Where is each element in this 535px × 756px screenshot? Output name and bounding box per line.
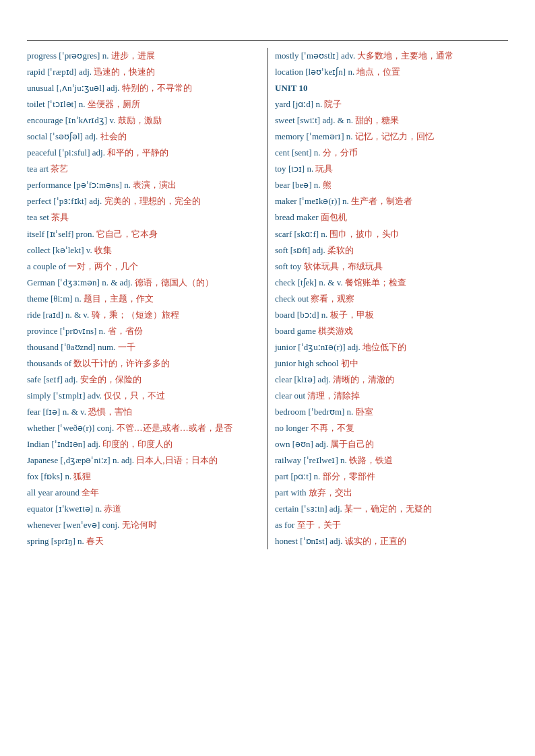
entry-phonetic: [ˈsɜːtn] — [301, 504, 327, 514]
entry: toy [tɔɪ] n. 玩具 — [275, 161, 508, 177]
entry-english: board game — [275, 326, 316, 336]
entry-english: fear — [27, 407, 40, 417]
entry-phonetic: [ˈweðə(r)] — [57, 423, 94, 433]
entry-chinese: 铁路，铁道 — [349, 455, 393, 465]
entry-phonetic: [ˈθaʊznd] — [61, 342, 95, 352]
entry: thousand [ˈθaʊznd] num. 一千 — [27, 339, 261, 355]
entry: honest [ˈɒnɪst] adj. 诚实的，正直的 — [275, 533, 508, 549]
entry-phonetic: [wenˈevə] — [63, 520, 100, 530]
entry-phonetic: [ˌʌnˈjuːʒuəl] — [57, 83, 104, 93]
entry-phonetic: [ˈtɔɪlət] — [47, 99, 77, 109]
entry-phonetic: [ˈreɪlweɪ] — [303, 455, 338, 465]
entry-chinese: 和平的，平静的 — [107, 147, 168, 158]
entry-english: all year around — [27, 487, 80, 497]
entry: progress [ˈprəʊgres] n. 进步，进展 — [27, 48, 261, 64]
entry-phonetic: [əʊn] — [292, 439, 313, 449]
entry-english: bread maker — [275, 212, 319, 222]
entry-english: toilet — [27, 99, 45, 109]
entry-english: as for — [275, 520, 294, 530]
entry: simply [ˈsɪmplɪ] adv. 仅仅，只，不过 — [27, 388, 261, 404]
entry-pos: n. — [95, 504, 102, 514]
entry-phonetic: [ˈɒnɪst] — [300, 536, 327, 546]
entry: sweet [swiːt] adj. & n. 甜的，糖果 — [275, 112, 508, 129]
entry: Indian [ˈɪndɪən] adj. 印度的，印度人的 — [27, 436, 261, 452]
entry-english: memory — [275, 131, 304, 141]
entry: fox [fɒks] n. 狐狸 — [27, 469, 261, 485]
entry-chinese: 清晰的，清澈的 — [333, 374, 394, 384]
entry-chinese: 一千 — [118, 342, 135, 352]
entry-pos: v. — [86, 245, 92, 255]
entry-phonetic: [ˈbedrʊm] — [308, 407, 344, 417]
entry-pos: n. — [65, 471, 71, 481]
entry-chinese: 生产者，制造者 — [351, 196, 412, 206]
entry-chinese: 省，省份 — [108, 326, 143, 336]
entry-pos: adj. — [348, 342, 360, 352]
entry-english: whether — [27, 423, 55, 433]
entry-english: certain — [275, 504, 298, 514]
entry-chinese: 属于自己的 — [330, 439, 374, 449]
entry-chinese: 清理，清除掉 — [307, 390, 360, 401]
entry-pos: adj. — [89, 196, 102, 206]
entry-phonetic: [ˈpɜːfɪkt] — [53, 196, 87, 206]
entry-phonetic: [ˈməʊstlɪ] — [301, 50, 339, 61]
entry: encourage [ɪnˈkʌrɪdʒ] v. 鼓励，激励 — [27, 112, 261, 129]
entry-english: equator — [27, 504, 53, 514]
main-columns: progress [ˈprəʊgres] n. 进步，进展rapid [ˈræp… — [27, 48, 508, 549]
entry-chinese: 茶艺 — [51, 164, 68, 174]
entry: part with 放弃，交出 — [275, 485, 508, 501]
entry-english: no longer — [275, 423, 308, 433]
entry-chinese: 完美的，理想的，完全的 — [104, 196, 201, 206]
entry-english: bedroom — [275, 407, 306, 417]
entry-chinese: 茶具 — [51, 212, 69, 222]
entry-phonetic: [ˌdʒæpəˈniːz] — [60, 455, 110, 465]
entry-chinese: 狐狸 — [73, 471, 91, 481]
entry-phonetic: [ˈsəʊʃəl] — [50, 131, 83, 141]
entry-chinese: 诚实的，正直的 — [345, 536, 406, 546]
entry-chinese: 进步，进展 — [111, 50, 155, 61]
entry-pos: n. — [77, 536, 84, 546]
entry-english: check out — [275, 294, 309, 304]
entry-pos: conj. — [102, 520, 120, 530]
entry-english: perfect — [27, 196, 51, 206]
entry-pos: adj. — [106, 83, 119, 93]
entry-phonetic: [sprɪŋ] — [51, 536, 75, 546]
entry-chinese: 软体玩具，布绒玩具 — [304, 261, 383, 271]
entry-phonetic: [seɪf] — [43, 374, 63, 384]
entry-pos: n. — [346, 131, 353, 141]
entry-english: honest — [275, 536, 298, 546]
entry-phonetic: [raɪd] — [42, 310, 63, 320]
entry-pos: adj. & n. — [322, 115, 353, 125]
entry-chinese: 日本人,日语；日本的 — [136, 455, 217, 465]
entry-english: spring — [27, 536, 49, 546]
entry-chinese: 察看，观察 — [311, 294, 354, 304]
entry-chinese: 地位低下的 — [363, 342, 406, 352]
entry-pos: num. — [98, 342, 115, 352]
entry: memory [ˈmemərɪ] n. 记忆，记忆力，回忆 — [275, 129, 508, 145]
entry-english: mostly — [275, 50, 298, 61]
entry-phonetic: [pəˈfɔːməns] — [73, 180, 122, 190]
entry-english: soft — [275, 245, 288, 255]
entry-pos: adj. — [88, 439, 100, 449]
entry: board [bɔːd] n. 板子，甲板 — [275, 307, 508, 323]
entry-chinese: 熊 — [323, 180, 332, 190]
entry-chinese: 玩具 — [315, 164, 333, 174]
entry-english: encourage — [27, 115, 63, 125]
entry: social [ˈsəʊʃəl] adj. 社会的 — [27, 129, 261, 145]
entry-chinese: 初中 — [341, 358, 358, 368]
entry-english: province — [27, 326, 57, 336]
entry-pos: n. adj. — [113, 455, 134, 465]
entry: own [əʊn] adj. 属于自己的 — [275, 436, 508, 452]
entry-phonetic: [ˈprəʊgres] — [59, 50, 100, 61]
entry-chinese: 地点，位置 — [356, 67, 400, 77]
entry-pos: adj. — [79, 67, 92, 77]
entry-english: progress — [27, 50, 57, 61]
entry-english: toy — [275, 164, 286, 174]
entry-english: tea set — [27, 212, 49, 222]
entry: certain [ˈsɜːtn] adj. 某一，确定的，无疑的 — [275, 501, 508, 517]
entry-english: ride — [27, 310, 40, 320]
entry-english: peaceful — [27, 147, 57, 158]
entry-english: junior high school — [275, 358, 339, 368]
entry: a couple of 一对，两个，几个 — [27, 259, 261, 275]
entry-chinese: 餐馆账单；检查 — [345, 277, 406, 287]
entry-english: unusual — [27, 83, 54, 93]
